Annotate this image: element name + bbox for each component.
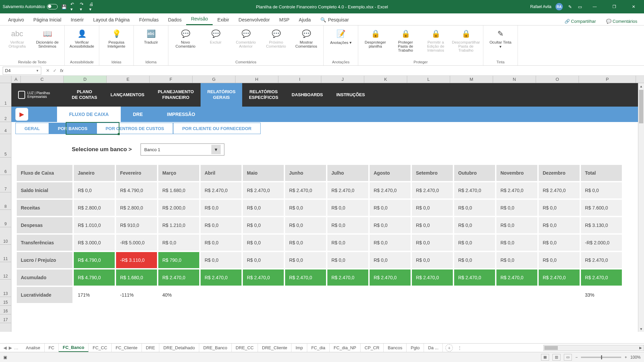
ribbon-tab-layout-da-página[interactable]: Layout da Página bbox=[89, 14, 135, 25]
filter-geral[interactable]: GERAL bbox=[15, 123, 49, 134]
toggle-switch-icon[interactable] bbox=[47, 4, 58, 9]
scroll-down-icon[interactable]: ▼ bbox=[638, 326, 644, 332]
nav-tab-lançamentos[interactable]: LANÇAMENTOS bbox=[104, 83, 151, 107]
column-header[interactable]: C bbox=[21, 76, 64, 83]
zoom-level[interactable]: 100% bbox=[630, 355, 641, 360]
drawmode-icon[interactable]: ✎ bbox=[567, 4, 573, 10]
select-all-corner[interactable] bbox=[0, 76, 11, 83]
tell-me-search[interactable]: 🔍Pesquisar bbox=[316, 14, 354, 25]
ribbon-tab-arquivo[interactable]: Arquivo bbox=[3, 14, 29, 25]
save-icon[interactable]: 💾 bbox=[61, 4, 67, 10]
ribbon-item-desproteger-planilha[interactable]: 🔒Desproteger planilha bbox=[362, 27, 389, 49]
row-header[interactable]: 16 bbox=[0, 306, 11, 314]
ribbon-tab-exibir[interactable]: Exibir bbox=[213, 14, 234, 25]
ribbon-tab-dados[interactable]: Dados bbox=[163, 14, 186, 25]
sub-tab-fluxo-de-caixa[interactable]: FLUXO DE CAIXA bbox=[57, 107, 121, 122]
autosave-toggle[interactable]: Salvamento Automático bbox=[3, 4, 58, 9]
zoom-slider[interactable] bbox=[581, 357, 621, 358]
nav-tab-dashboards[interactable]: DASHBOARDS bbox=[285, 83, 330, 107]
ribbon-item-novo-coment-rio[interactable]: 💬Novo Comentário bbox=[172, 27, 199, 49]
ribbon-item-pesquisa-inteligente[interactable]: 💡Pesquisa Inteligente bbox=[103, 27, 130, 49]
ribbon-tab-fórmulas[interactable]: Fórmulas bbox=[135, 14, 163, 25]
column-header[interactable]: O bbox=[536, 76, 579, 83]
maximize-icon[interactable]: ❐ bbox=[606, 0, 622, 13]
ribbon-item-dicion-rio-de-sin-nimos[interactable]: 📖Dicionário de Sinônimos bbox=[34, 27, 61, 49]
first-sheet-icon[interactable]: ◀ bbox=[3, 345, 7, 350]
sheet-tab-cp_cr[interactable]: CP_CR bbox=[361, 344, 384, 352]
sheet-tab-dre_cc[interactable]: DRE_CC bbox=[232, 344, 258, 352]
ribbon-tab-msp[interactable]: MSP bbox=[274, 14, 294, 25]
row-header[interactable]: 15 bbox=[0, 297, 11, 306]
sheet-tab-fc_cc[interactable]: FC_CC bbox=[89, 344, 111, 352]
worksheet-area[interactable]: LUZ | Planilhas Empresariais PLANO DE CO… bbox=[11, 83, 644, 332]
row-header[interactable]: 11 bbox=[0, 245, 11, 262]
column-header[interactable]: M bbox=[450, 76, 493, 83]
filter-por-bancos[interactable]: POR BANCOS bbox=[49, 123, 97, 134]
add-sheet-button[interactable]: + bbox=[445, 344, 453, 352]
sheet-tab-imp[interactable]: Imp bbox=[291, 344, 307, 352]
column-header[interactable]: I bbox=[278, 76, 321, 83]
share-button[interactable]: 🔗 Compartilhar bbox=[561, 17, 599, 25]
column-header[interactable]: K bbox=[364, 76, 407, 83]
bank-dropdown[interactable]: Banco 1 ▼ bbox=[141, 143, 224, 156]
play-button[interactable]: ▶ bbox=[15, 108, 28, 121]
column-header[interactable]: L bbox=[407, 76, 450, 83]
close-icon[interactable]: ✕ bbox=[626, 0, 641, 13]
sheet-tab-fc[interactable]: FC bbox=[45, 344, 59, 352]
horizontal-scrollbar[interactable]: ◀ ▶ bbox=[543, 345, 644, 351]
scroll-up-icon[interactable]: ▲ bbox=[638, 83, 644, 89]
ribbon-item-mostrar-coment-rios[interactable]: 💬Mostrar Comentários bbox=[292, 27, 320, 49]
scrollbar-thumb[interactable] bbox=[639, 90, 643, 123]
row-header[interactable]: 8 bbox=[0, 192, 11, 210]
sheet-tab-da ...[interactable]: Da ... bbox=[424, 344, 443, 352]
ribbon-item-proteger-pasta-de-trabalho[interactable]: 🔒Proteger Pasta de Trabalho bbox=[392, 27, 419, 53]
sheet-tab-dre_banco[interactable]: DRE_Banco bbox=[199, 344, 232, 352]
filter-por-cliente-ou-fornecedor[interactable]: POR CLIENTE OU FORNECEDOR bbox=[173, 123, 261, 134]
row-header[interactable]: 5 bbox=[0, 134, 11, 158]
row-header[interactable]: 9 bbox=[0, 210, 11, 227]
nav-tab-planejamento-financeiro[interactable]: PLANEJAMENTO FINANCEIRO bbox=[151, 83, 200, 107]
sheet-list-icon[interactable]: … bbox=[14, 345, 18, 350]
column-header[interactable]: E bbox=[107, 76, 150, 83]
view-pagelayout-icon[interactable]: ▥ bbox=[552, 354, 560, 361]
nav-tab-relatórios-específicos[interactable]: RELATÓRIOS ESPECÍFICOS bbox=[242, 83, 285, 107]
ribbon-tab-inserir[interactable]: Inserir bbox=[66, 14, 89, 25]
column-header[interactable]: A bbox=[11, 76, 21, 83]
row-header[interactable]: 6 bbox=[0, 158, 11, 175]
sheet-tab-fc_dia_np[interactable]: FC_dia_NP bbox=[330, 344, 361, 352]
row-header[interactable]: 4 bbox=[0, 122, 11, 134]
sheet-tab-analise[interactable]: Analise bbox=[22, 344, 45, 352]
view-normal-icon[interactable]: ▦ bbox=[541, 354, 549, 361]
nav-tab-instruções[interactable]: INSTRUÇÕES bbox=[330, 83, 372, 107]
ribbon-item-anota-es-[interactable]: 📝Anotações ▾ bbox=[327, 27, 355, 46]
cancel-formula-icon[interactable]: ✕ bbox=[46, 68, 50, 73]
sheet-tab-pgto[interactable]: Pgto bbox=[407, 344, 424, 352]
row-header[interactable]: 10 bbox=[0, 227, 11, 245]
row-header[interactable]: 17 bbox=[0, 314, 11, 323]
zoom-in-icon[interactable]: + bbox=[625, 355, 627, 360]
sheet-tab-fc_dia[interactable]: FC_dia bbox=[307, 344, 330, 352]
row-header[interactable]: 2 bbox=[0, 107, 11, 122]
name-box[interactable]: D4 ▼ bbox=[3, 67, 41, 75]
ribbon-item-traduzir[interactable]: 🔤Traduzir bbox=[137, 27, 165, 45]
column-header[interactable]: H bbox=[235, 76, 278, 83]
sheet-tab-fc_banco[interactable]: FC_Banco bbox=[59, 344, 89, 352]
sheet-tab-dre_detalhado[interactable]: DRE_Detalhado bbox=[159, 344, 199, 352]
ribbon-tab-página-inicial[interactable]: Página Inicial bbox=[29, 14, 66, 25]
quickprint-icon[interactable]: 🖨 ▾ bbox=[89, 4, 95, 10]
column-header[interactable]: G bbox=[193, 76, 235, 83]
column-header[interactable]: J bbox=[321, 76, 364, 83]
chevron-down-icon[interactable]: ▼ bbox=[211, 145, 221, 154]
formula-input[interactable] bbox=[67, 67, 644, 75]
sheet-tab-dre_cliente[interactable]: DRE_Cliente bbox=[258, 344, 291, 352]
avatar[interactable]: RA bbox=[555, 3, 563, 10]
ribbon-item-ocultar-tinta-[interactable]: ✎Ocultar Tinta ▾ bbox=[487, 27, 514, 50]
sheet-tab-dre[interactable]: DRE bbox=[142, 344, 159, 352]
nav-tab-plano-de-contas[interactable]: PLANO DE CONTAS bbox=[65, 83, 104, 107]
zoom-out-icon[interactable]: − bbox=[575, 355, 578, 360]
ribbon-tab-ajuda[interactable]: Ajuda bbox=[294, 14, 316, 25]
row-header[interactable]: 1 bbox=[0, 83, 11, 107]
ribbon-tab-revisão[interactable]: Revisão bbox=[186, 13, 213, 25]
row-header[interactable]: 13 bbox=[0, 280, 11, 297]
scrollbar-thumb[interactable] bbox=[544, 346, 558, 350]
